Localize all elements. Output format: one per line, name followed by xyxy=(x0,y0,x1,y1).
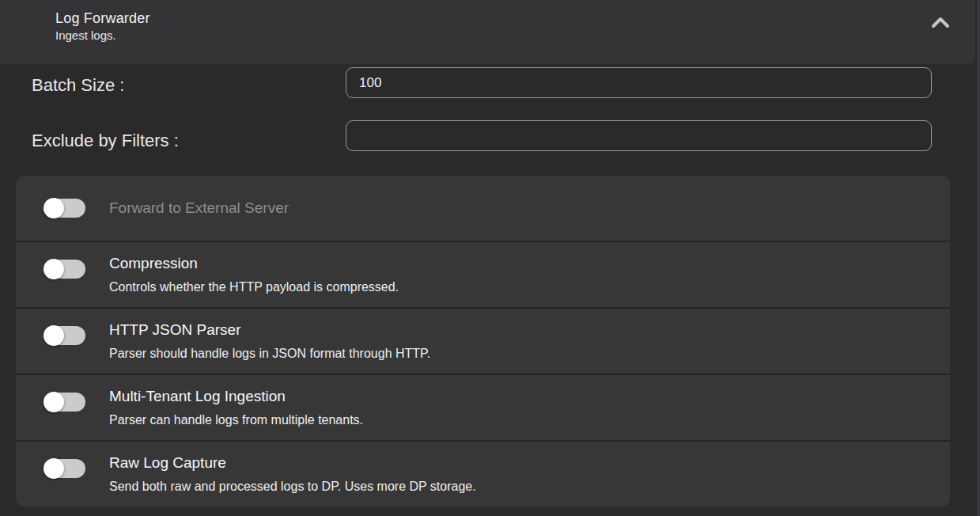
toggle-row-multi-tenant-log-ingestion: Multi-Tenant Log Ingestion Parser can ha… xyxy=(16,374,950,440)
chevron-up-icon[interactable] xyxy=(931,16,950,30)
raw-log-capture-toggle[interactable] xyxy=(44,459,85,478)
toggle-knob xyxy=(44,325,64,346)
toggle-label: Compression xyxy=(109,255,934,272)
toggle-label: Forward to External Server xyxy=(109,199,934,217)
window-right-edge xyxy=(977,0,980,516)
toggle-knob xyxy=(44,198,64,218)
toggle-row-raw-log-capture: Raw Log Capture Send both raw and proces… xyxy=(16,440,950,507)
exclude-by-filters-input[interactable] xyxy=(346,120,932,151)
forward-to-external-server-toggle[interactable] xyxy=(44,199,85,218)
toggle-description: Controls whether the HTTP payload is com… xyxy=(109,279,934,294)
toggle-description: Parser should handle logs in JSON format… xyxy=(109,346,934,361)
toggle-knob xyxy=(44,392,64,412)
http-json-parser-toggle[interactable] xyxy=(44,326,85,345)
toggle-label: Raw Log Capture xyxy=(109,454,934,472)
batch-size-input[interactable] xyxy=(346,67,932,98)
toggle-row-compression: Compression Controls whether the HTTP pa… xyxy=(16,241,950,307)
toggle-description: Send both raw and processed logs to DP. … xyxy=(109,479,934,494)
toggle-knob xyxy=(44,458,64,479)
log-forwarder-section-header[interactable]: Log Forwarder Ingest logs. xyxy=(0,0,975,64)
toggle-settings-card: Forward to External Server Compression C… xyxy=(16,176,950,507)
toggle-description: Parser can handle logs from multiple ten… xyxy=(109,412,934,427)
section-subtitle: Ingest logs. xyxy=(55,28,116,42)
toggle-row-http-json-parser: HTTP JSON Parser Parser should handle lo… xyxy=(16,307,950,374)
toggle-label: HTTP JSON Parser xyxy=(109,321,934,339)
multi-tenant-log-ingestion-toggle[interactable] xyxy=(44,393,85,412)
toggle-knob xyxy=(44,259,64,279)
section-title: Log Forwarder xyxy=(55,10,150,27)
batch-size-label: Batch Size : xyxy=(32,75,124,96)
compression-toggle[interactable] xyxy=(44,260,85,279)
exclude-by-filters-label: Exclude by Filters : xyxy=(32,131,179,151)
toggle-row-forward-to-external-server: Forward to External Server xyxy=(16,176,950,241)
toggle-label: Multi-Tenant Log Ingestion xyxy=(109,388,934,405)
